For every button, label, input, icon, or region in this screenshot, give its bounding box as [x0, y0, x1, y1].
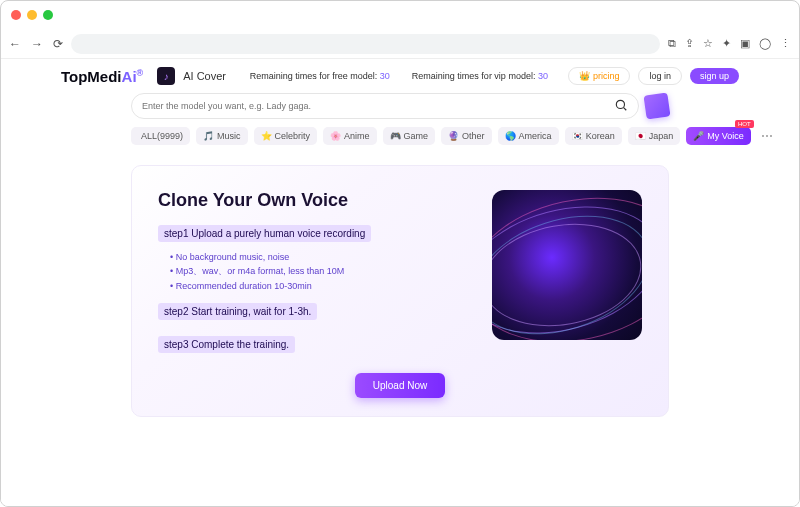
step1-line: step1 Upload a purely human voice record… [158, 225, 371, 242]
install-icon[interactable]: ⧉ [668, 38, 676, 49]
category-icon: 🌸 [330, 131, 341, 141]
menu-icon[interactable]: ⋮ [780, 38, 791, 49]
free-status-value: 30 [380, 71, 390, 81]
category-other[interactable]: 🔮Other [441, 127, 492, 145]
crown-icon: 👑 [579, 71, 590, 81]
model-search-input[interactable] [142, 101, 614, 111]
free-status-label: Remaining times for free model: [250, 71, 378, 81]
category-label: Korean [586, 131, 615, 141]
vip-model-status: Remaining times for vip model: 30 [412, 71, 548, 81]
category-label: Celebrity [275, 131, 311, 141]
svg-line-1 [624, 107, 627, 110]
extensions-icon[interactable]: ✦ [722, 38, 731, 49]
bookmark-icon[interactable]: ☆ [703, 38, 713, 49]
category-anime[interactable]: 🌸Anime [323, 127, 377, 145]
step1-bullets: No background music, noise Mp3、wav、or m4… [158, 248, 472, 301]
vip-status-value: 30 [538, 71, 548, 81]
category-america[interactable]: 🌎America [498, 127, 559, 145]
brand-logo[interactable]: TopMediAi® [61, 68, 143, 85]
free-model-status: Remaining times for free model: 30 [250, 71, 390, 81]
category-icon: 🎵 [203, 131, 214, 141]
upload-now-button[interactable]: Upload Now [355, 373, 445, 398]
pricing-button[interactable]: 👑pricing [568, 67, 631, 85]
bullet-item: Mp3、wav、or m4a format, less than 10M [170, 264, 472, 278]
category-label: Other [462, 131, 485, 141]
voice-illustration [492, 190, 642, 340]
hot-badge: HOT [735, 120, 754, 128]
minimize-window-icon[interactable] [27, 10, 37, 20]
step2-line: step2 Start training, wait for 1-3h. [158, 303, 317, 320]
more-categories-icon[interactable]: ⋯ [757, 129, 777, 143]
category-icon: 🔮 [448, 131, 459, 141]
category-japan[interactable]: 🇯🇵Japan [628, 127, 681, 145]
category-celebrity[interactable]: ⭐Celebrity [254, 127, 318, 145]
window-titlebar [1, 1, 799, 29]
category-all[interactable]: ALL(9999) [131, 127, 190, 145]
site-header: TopMediAi® ♪ AI Cover Remaining times fo… [1, 59, 799, 89]
category-label: Anime [344, 131, 370, 141]
category-label: ALL(9999) [141, 131, 183, 141]
close-window-icon[interactable] [11, 10, 21, 20]
category-icon: 🌎 [505, 131, 516, 141]
category-korean[interactable]: 🇰🇷Korean [565, 127, 622, 145]
card-title: Clone Your Own Voice [158, 190, 472, 211]
category-game[interactable]: 🎮Game [383, 127, 436, 145]
mic-icon: 🎤 [693, 131, 704, 141]
app-icon: ♪ [157, 67, 175, 85]
category-label: Japan [649, 131, 674, 141]
category-my-voice[interactable]: 🎤My VoiceHOT [686, 127, 751, 145]
maximize-window-icon[interactable] [43, 10, 53, 20]
gift-box-icon[interactable] [643, 92, 670, 119]
login-button[interactable]: log in [638, 67, 682, 85]
svg-point-0 [616, 100, 624, 108]
category-icon: 🇰🇷 [572, 131, 583, 141]
pricing-label: pricing [593, 71, 620, 81]
brand-accent-text: Ai [122, 68, 137, 85]
category-icon: 🇯🇵 [635, 131, 646, 141]
model-search-box[interactable] [131, 93, 639, 119]
category-label: America [519, 131, 552, 141]
profile-icon[interactable]: ◯ [759, 38, 771, 49]
step3-line: step3 Complete the training. [158, 336, 295, 353]
category-label: Game [404, 131, 429, 141]
browser-toolbar: ← → ⟳ ⧉ ⇪ ☆ ✦ ▣ ◯ ⋮ [1, 29, 799, 59]
bullet-item: Recommended duration 10-30min [170, 279, 472, 293]
share-icon[interactable]: ⇪ [685, 38, 694, 49]
clone-voice-card: Clone Your Own Voice step1 Upload a pure… [131, 165, 669, 417]
signup-button[interactable]: sign up [690, 68, 739, 84]
panel-icon[interactable]: ▣ [740, 38, 750, 49]
address-bar[interactable] [71, 34, 660, 54]
category-tabs: ALL(9999) 🎵Music ⭐Celebrity 🌸Anime 🎮Game… [1, 125, 799, 153]
vip-status-label: Remaining times for vip model: [412, 71, 536, 81]
app-name: AI Cover [183, 70, 226, 82]
category-icon: 🎮 [390, 131, 401, 141]
back-icon[interactable]: ← [9, 38, 21, 50]
category-music[interactable]: 🎵Music [196, 127, 248, 145]
reload-icon[interactable]: ⟳ [53, 38, 63, 50]
category-label: Music [217, 131, 241, 141]
forward-icon[interactable]: → [31, 38, 43, 50]
search-icon[interactable] [614, 98, 628, 115]
category-icon: ⭐ [261, 131, 272, 141]
brand-main-text: TopMedi [61, 68, 122, 85]
bullet-item: No background music, noise [170, 250, 472, 264]
my-voice-label: My Voice [707, 131, 744, 141]
